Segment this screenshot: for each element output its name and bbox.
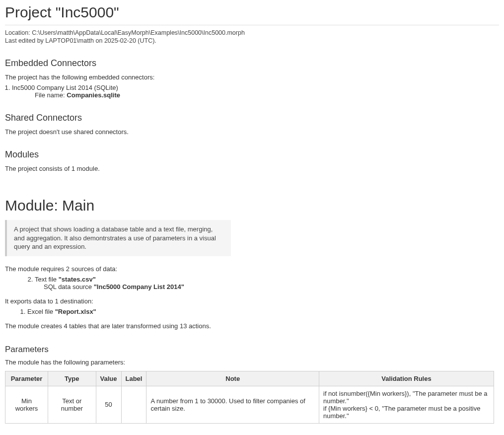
parameters-heading: Parameters xyxy=(5,345,499,355)
source-text-name: "states.csv" xyxy=(59,276,96,283)
embedded-connectors-heading: Embedded Connectors xyxy=(5,58,499,69)
modules-heading: Modules xyxy=(5,149,499,160)
dest-prefix: Excel file xyxy=(27,308,55,315)
modules-text: The project consists of 1 module. xyxy=(5,165,499,172)
source-sql-prefix: SQL data source xyxy=(44,283,94,290)
embedded-connector-list: Inc5000 Company List 2014 (SQLite) xyxy=(5,84,499,91)
file-name: Companies.sqlite xyxy=(67,91,120,99)
embedded-connectors-intro: The project has the following embedded c… xyxy=(5,73,499,81)
dest-intro: It exports data to 1 destination: xyxy=(5,297,499,305)
table-header-row: Parameter Type Value Label Note Validati… xyxy=(5,371,494,386)
validation-rule-1: if not isnumber({Min workers}), "The par… xyxy=(323,390,490,405)
col-type: Type xyxy=(48,371,96,386)
col-note: Note xyxy=(146,371,319,386)
cell-label xyxy=(121,386,146,423)
col-label: Label xyxy=(121,371,146,386)
source-sql-name: "Inc5000 Company List 2014" xyxy=(94,283,184,290)
cell-note: A number from 1 to 30000. Used to filter… xyxy=(146,386,319,423)
shared-connectors-heading: Shared Connectors xyxy=(5,113,499,123)
module-description: A project that shows loading a database … xyxy=(5,220,231,256)
project-title: Project "Inc5000" xyxy=(5,4,499,25)
source-text-prefix: Text file xyxy=(35,276,59,283)
cell-type: Text or number xyxy=(48,386,96,423)
sources-list: Text file "states.csv" xyxy=(35,276,499,283)
cell-parameter: Min workers xyxy=(5,386,48,423)
col-value: Value xyxy=(96,371,121,386)
col-parameter: Parameter xyxy=(5,371,48,386)
table-row: Min workers Text or number 50 A number f… xyxy=(5,386,494,423)
dest-name: "Report.xlsx" xyxy=(55,308,96,315)
cell-value: 50 xyxy=(96,386,121,423)
module-title: Module: Main xyxy=(5,197,499,214)
file-label: File name: xyxy=(35,91,67,99)
validation-rule-2: if {Min workers} < 0, "The parameter mus… xyxy=(323,405,490,420)
parameters-intro: The module has the following parameters: xyxy=(5,359,499,366)
dest-list: Excel file "Report.xlsx" xyxy=(27,308,499,315)
source-sql: SQL data source "Inc5000 Company List 20… xyxy=(44,283,499,290)
location-line: Location: C:\Users\matth\AppData\Local\E… xyxy=(5,29,499,36)
last-edited-line: Last edited by LAPTOP01\matth on 2025-02… xyxy=(5,37,499,44)
dest-item: Excel file "Report.xlsx" xyxy=(27,308,499,315)
col-validation: Validation Rules xyxy=(319,371,494,386)
tables-line: The module creates 4 tables that are lat… xyxy=(5,322,499,330)
parameters-table: Parameter Type Value Label Note Validati… xyxy=(5,371,494,424)
shared-connectors-text: The project doesn't use shared connector… xyxy=(5,128,499,136)
cell-validation: if not isnumber({Min workers}), "The par… xyxy=(319,386,494,423)
source-text-file: Text file "states.csv" xyxy=(35,276,499,283)
sources-intro: The module requires 2 sources of data: xyxy=(5,265,499,273)
embedded-connector-file: File name: Companies.sqlite xyxy=(35,91,499,99)
embedded-connector-item: Inc5000 Company List 2014 (SQLite) xyxy=(12,84,499,91)
